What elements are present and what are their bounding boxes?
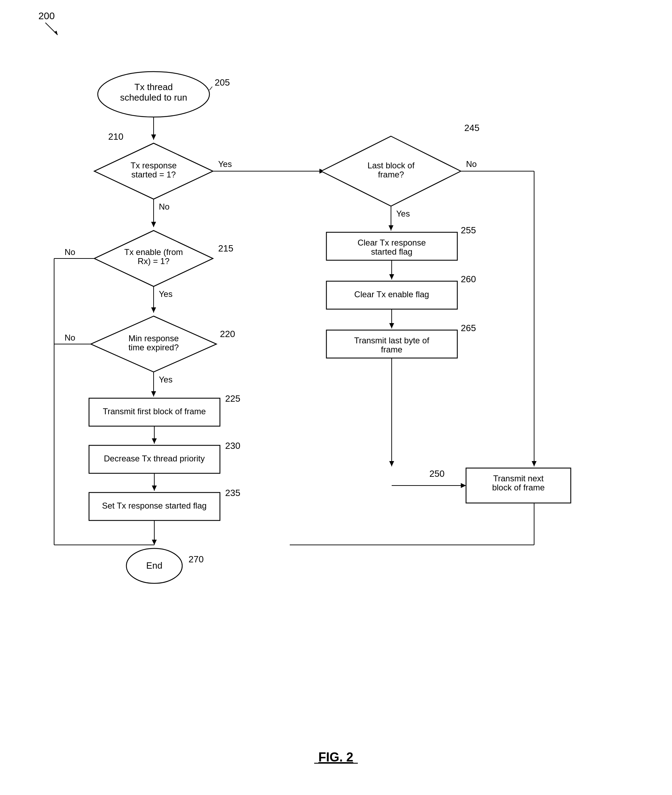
ref-200: 200 — [38, 10, 55, 21]
no-label-d220: No — [65, 333, 75, 342]
no-label-d210: No — [159, 202, 170, 211]
svg-marker-35 — [461, 483, 466, 488]
yes-label-d220: Yes — [159, 375, 173, 384]
ref-220: 220 — [220, 329, 235, 339]
svg-marker-17 — [152, 438, 157, 444]
fig-label: FIG. 2 — [318, 750, 353, 764]
svg-marker-31 — [389, 323, 394, 329]
b235-label: Set Tx response started flag — [102, 501, 206, 510]
ref-245: 245 — [464, 123, 479, 133]
yes-label-d215: Yes — [159, 289, 173, 299]
svg-marker-33 — [389, 461, 394, 466]
b250-label-1: Transmit next — [493, 474, 544, 483]
ref-260: 260 — [461, 274, 476, 284]
no-label-d215: No — [65, 247, 75, 257]
d220-label-2: time expired? — [128, 343, 179, 352]
yes-label-d210: Yes — [218, 159, 232, 169]
ref-255: 255 — [461, 225, 476, 236]
ref-265: 265 — [461, 323, 476, 333]
start-label-2: scheduled to run — [120, 92, 187, 103]
b265-label-2: frame — [381, 345, 402, 354]
svg-marker-27 — [532, 461, 536, 466]
ref-230: 230 — [225, 441, 240, 451]
start-label-1: Tx thread — [134, 82, 173, 92]
svg-marker-24 — [389, 225, 394, 231]
svg-marker-21 — [152, 540, 157, 545]
svg-marker-29 — [389, 274, 394, 279]
ref-210: 210 — [108, 131, 123, 142]
no-label-d245: No — [466, 159, 477, 169]
b255-label-1: Clear Tx response — [357, 238, 426, 247]
b265-label-1: Transmit last byte of — [354, 336, 429, 345]
svg-line-2 — [210, 87, 212, 90]
d210-label-2: started = 1? — [131, 170, 176, 179]
ref-215: 215 — [218, 243, 233, 253]
svg-marker-19 — [152, 486, 157, 491]
svg-marker-4 — [151, 135, 156, 140]
svg-marker-8 — [151, 222, 156, 227]
ref-205: 205 — [215, 77, 230, 88]
end-label: End — [146, 560, 162, 571]
svg-marker-1 — [54, 31, 58, 35]
b225-label: Transmit first block of frame — [102, 407, 206, 416]
diagram-container: 200 Tx thread scheduled to run 205 Tx re… — [0, 0, 672, 795]
d245-label-1: Last block of — [368, 161, 415, 170]
ref-225: 225 — [225, 393, 240, 404]
b260-label: Clear Tx enable flag — [354, 290, 429, 299]
d215-label-2: Rx) = 1? — [138, 256, 169, 266]
ref-250: 250 — [429, 468, 445, 479]
d245-label-2: frame? — [378, 170, 404, 179]
svg-marker-15 — [151, 391, 156, 396]
b255-label-2: started flag — [371, 247, 413, 256]
ref-235: 235 — [225, 487, 240, 498]
d210-label-1: Tx response — [131, 161, 177, 170]
yes-label-d245: Yes — [396, 209, 410, 218]
b250-label-2: block of frame — [492, 483, 545, 492]
b230-label: Decrease Tx thread priority — [104, 454, 205, 463]
svg-marker-12 — [151, 308, 156, 313]
ref-270: 270 — [189, 554, 203, 564]
d215-label-1: Tx enable (from — [124, 247, 183, 257]
d220-label-1: Min response — [128, 333, 179, 343]
